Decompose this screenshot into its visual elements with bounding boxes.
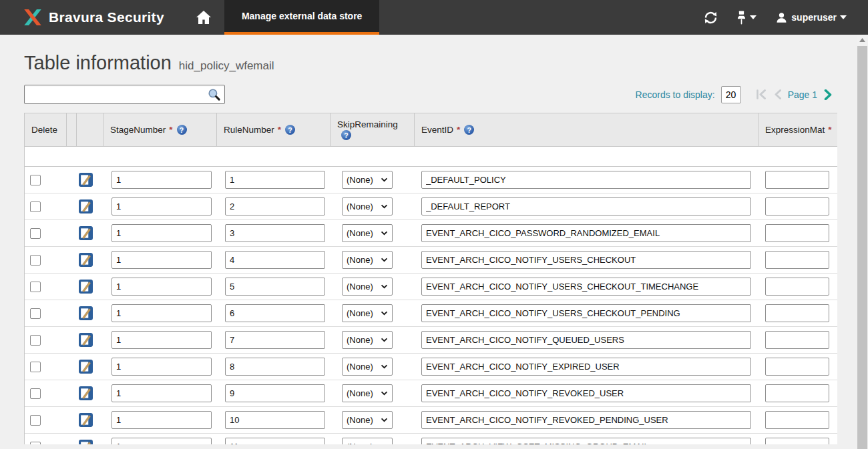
column-header-eventid: EventID*? (415, 113, 758, 146)
user-menu[interactable]: superuser (775, 11, 847, 24)
skip-remaining-select[interactable]: (None) (342, 224, 393, 242)
edit-row-button[interactable] (79, 280, 93, 294)
help-icon[interactable]: ? (341, 130, 351, 140)
event-id-input[interactable] (421, 438, 751, 444)
column-label: EventID (421, 125, 453, 135)
skip-remaining-select[interactable]: (None) (342, 251, 393, 269)
rule-number-input[interactable] (225, 331, 325, 349)
skip-remaining-select[interactable]: (None) (342, 304, 393, 322)
expression-match-input[interactable] (765, 251, 829, 269)
edit-row-button[interactable] (79, 333, 93, 347)
event-id-input[interactable] (421, 197, 751, 215)
pin-menu-button[interactable] (736, 11, 756, 25)
tab-manage-external-data-store[interactable]: Manage external data store (224, 0, 380, 35)
expression-match-input[interactable] (765, 278, 829, 296)
rule-number-input[interactable] (225, 278, 325, 296)
expression-match-input[interactable] (765, 331, 829, 349)
brand[interactable]: Bravura Security (0, 0, 183, 35)
delete-checkbox[interactable] (30, 282, 41, 292)
stage-number-input[interactable] (112, 411, 212, 429)
stage-number-input[interactable] (112, 251, 212, 269)
delete-checkbox[interactable] (30, 175, 41, 185)
scrollbar-thumb[interactable] (857, 46, 867, 449)
expression-match-input[interactable] (765, 438, 829, 444)
skip-remaining-select[interactable]: (None) (342, 358, 393, 376)
delete-checkbox[interactable] (30, 335, 41, 346)
skip-remaining-select[interactable]: (None) (342, 331, 393, 349)
rule-number-input[interactable] (225, 171, 325, 189)
edit-row-button[interactable] (79, 360, 93, 374)
rule-number-input[interactable] (225, 197, 325, 215)
event-id-input[interactable] (421, 358, 751, 376)
rule-number-input[interactable] (225, 224, 325, 242)
edit-row-button[interactable] (79, 440, 93, 444)
skip-remaining-select[interactable]: (None) (342, 411, 393, 429)
edit-row-button[interactable] (79, 173, 93, 187)
stage-number-input[interactable] (112, 171, 212, 189)
delete-checkbox[interactable] (30, 201, 41, 212)
expression-match-input[interactable] (765, 411, 829, 429)
event-id-input[interactable] (421, 171, 751, 189)
skip-remaining-select[interactable]: (None) (342, 171, 393, 189)
rule-number-input[interactable] (225, 411, 325, 429)
stage-number-input[interactable] (112, 278, 212, 296)
rule-number-input[interactable] (225, 438, 325, 444)
expression-match-input[interactable] (765, 224, 829, 242)
scroll-up-arrow[interactable] (857, 35, 868, 45)
expression-match-input[interactable] (765, 358, 829, 376)
skip-remaining-select[interactable]: (None) (342, 197, 393, 215)
scrollbar[interactable] (857, 35, 868, 449)
home-tab[interactable] (183, 0, 224, 35)
expression-match-input[interactable] (765, 171, 829, 189)
stage-number-input[interactable] (112, 197, 212, 215)
search-icon[interactable] (208, 88, 224, 101)
edit-row-button[interactable] (79, 226, 93, 240)
rule-number-input[interactable] (225, 251, 325, 269)
event-id-input[interactable] (421, 278, 751, 296)
rule-number-input[interactable] (225, 304, 325, 322)
empty-row (25, 147, 837, 167)
event-id-input[interactable] (421, 384, 751, 402)
edit-row-button[interactable] (79, 199, 93, 213)
stage-number-input[interactable] (112, 358, 212, 376)
delete-checkbox[interactable] (30, 415, 41, 426)
help-icon[interactable]: ? (177, 125, 187, 135)
previous-page-button[interactable] (773, 89, 782, 99)
rule-number-input[interactable] (225, 358, 325, 376)
stage-number-input[interactable] (112, 304, 212, 322)
skip-remaining-select[interactable]: (None) (342, 278, 393, 296)
rule-number-input[interactable] (225, 384, 325, 402)
delete-checkbox[interactable] (30, 308, 41, 319)
expression-match-input[interactable] (765, 304, 829, 322)
search-input[interactable] (25, 86, 208, 103)
records-to-display-input[interactable] (721, 86, 741, 103)
delete-checkbox[interactable] (30, 228, 41, 239)
delete-checkbox[interactable] (30, 362, 41, 372)
event-id-input[interactable] (421, 304, 751, 322)
next-page-button[interactable] (823, 89, 833, 100)
event-id-input[interactable] (421, 331, 751, 349)
event-id-input[interactable] (421, 411, 751, 429)
data-table: DeleteStageNumber*?RuleNumber*?SkipRemai… (24, 113, 837, 444)
help-icon[interactable]: ? (464, 125, 474, 135)
delete-checkbox[interactable] (30, 255, 41, 266)
stage-number-input[interactable] (112, 224, 212, 242)
stage-number-input[interactable] (112, 331, 212, 349)
stage-number-input[interactable] (112, 438, 212, 444)
delete-checkbox[interactable] (30, 442, 41, 445)
delete-checkbox[interactable] (30, 388, 41, 399)
refresh-button[interactable] (704, 11, 718, 25)
edit-row-button[interactable] (79, 253, 93, 267)
first-page-button[interactable] (756, 89, 767, 99)
edit-row-button[interactable] (79, 413, 93, 427)
edit-row-button[interactable] (79, 386, 93, 400)
skip-remaining-select[interactable]: (None) (342, 438, 393, 444)
event-id-input[interactable] (421, 224, 751, 242)
event-id-input[interactable] (421, 251, 751, 269)
help-icon[interactable]: ? (285, 125, 295, 135)
expression-match-input[interactable] (765, 197, 829, 215)
skip-remaining-select[interactable]: (None) (342, 384, 393, 402)
stage-number-input[interactable] (112, 384, 212, 402)
expression-match-input[interactable] (765, 384, 829, 402)
edit-row-button[interactable] (79, 306, 93, 320)
